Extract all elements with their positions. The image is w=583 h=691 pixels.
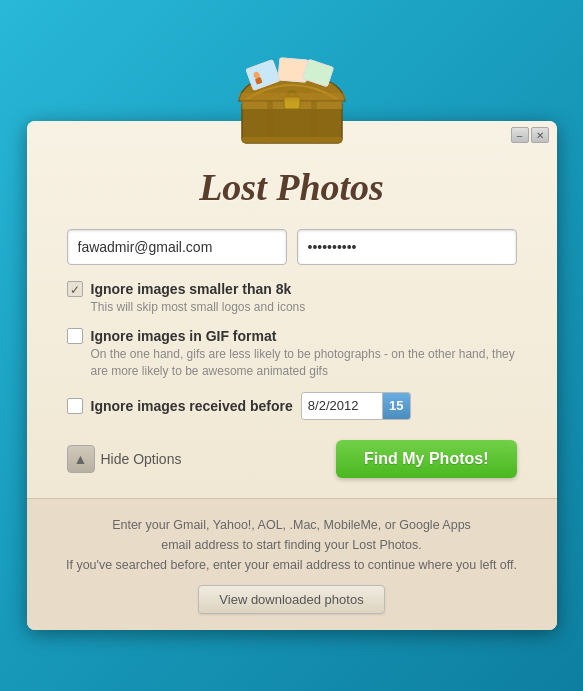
app-icon xyxy=(227,49,357,149)
app-title: Lost Photos xyxy=(67,165,517,209)
ignore-before-label: Ignore images received before xyxy=(91,398,293,414)
top-area: – ✕ Lost Photos ✓ Ignore images smaller xyxy=(27,121,557,497)
option-ignore-gif: Ignore images in GIF format On the one h… xyxy=(67,328,517,380)
hide-options-icon: ▲ xyxy=(67,445,95,473)
credential-inputs xyxy=(67,229,517,265)
password-input[interactable] xyxy=(297,229,517,265)
hide-options-label: Hide Options xyxy=(101,451,182,467)
titlebar-controls: – ✕ xyxy=(511,127,549,143)
checkmark-icon: ✓ xyxy=(70,284,80,294)
minimize-button[interactable]: – xyxy=(511,127,529,143)
email-input[interactable] xyxy=(67,229,287,265)
actions-row: ▲ Hide Options Find My Photos! xyxy=(67,440,517,478)
ignore-gif-checkbox[interactable] xyxy=(67,328,83,344)
calendar-icon[interactable]: 15 xyxy=(382,393,410,419)
close-button[interactable]: ✕ xyxy=(531,127,549,143)
svg-rect-14 xyxy=(242,137,342,143)
option-ignore-gif-header: Ignore images in GIF format xyxy=(67,328,517,344)
svg-rect-3 xyxy=(239,93,345,101)
options-section: ✓ Ignore images smaller than 8k This wil… xyxy=(67,281,517,419)
footer-text: Enter your Gmail, Yahoo!, AOL, .Mac, Mob… xyxy=(57,515,527,575)
option-ignore-before: Ignore images received before 15 xyxy=(67,392,517,420)
option-ignore-before-header: Ignore images received before 15 xyxy=(67,392,517,420)
ignore-small-label: Ignore images smaller than 8k xyxy=(91,281,292,297)
option-ignore-small-header: ✓ Ignore images smaller than 8k xyxy=(67,281,517,297)
option-ignore-small: ✓ Ignore images smaller than 8k This wil… xyxy=(67,281,517,316)
svg-rect-13 xyxy=(311,101,317,143)
date-input-wrap: 15 xyxy=(301,392,411,420)
svg-rect-12 xyxy=(267,101,273,143)
chevron-up-icon: ▲ xyxy=(74,451,88,467)
window-content: Lost Photos ✓ Ignore images smaller than… xyxy=(27,145,557,497)
hide-options-button[interactable]: ▲ Hide Options xyxy=(67,445,182,473)
app-window: – ✕ Lost Photos ✓ Ignore images smaller xyxy=(27,121,557,629)
find-photos-button[interactable]: Find My Photos! xyxy=(336,440,516,478)
footer: Enter your Gmail, Yahoo!, AOL, .Mac, Mob… xyxy=(27,498,557,630)
view-downloaded-button[interactable]: View downloaded photos xyxy=(198,585,384,614)
date-input[interactable] xyxy=(302,398,382,413)
ignore-gif-desc: On the one hand, gifs are less likely to… xyxy=(91,346,517,380)
ignore-gif-label: Ignore images in GIF format xyxy=(91,328,277,344)
ignore-small-checkbox[interactable]: ✓ xyxy=(67,281,83,297)
ignore-small-desc: This will skip most small logos and icon… xyxy=(91,299,517,316)
ignore-before-checkbox[interactable] xyxy=(67,398,83,414)
